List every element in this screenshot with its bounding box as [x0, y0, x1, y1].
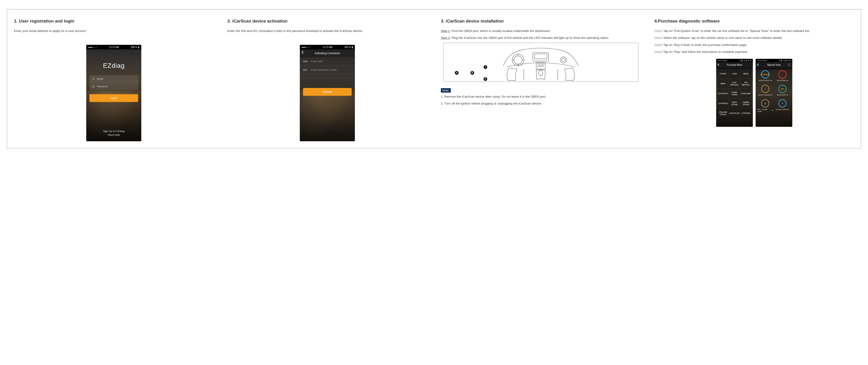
sn-field[interactable]: S/N: Enter S/N	[300, 57, 355, 66]
ac-placeholder: Enter Activation Code	[311, 68, 337, 71]
download-icon	[787, 80, 788, 81]
download-icon	[771, 80, 772, 81]
wifi-icon: ⌔	[96, 46, 97, 49]
battery-icon: ▮	[352, 46, 353, 49]
tool-icon: ✱	[778, 99, 786, 108]
status-time: 11:27 AM	[109, 46, 119, 49]
step-text: Tap on "Pay" and follow the instructions…	[662, 50, 748, 54]
svg-rect-4	[536, 62, 545, 69]
wifi-icon: ⌔	[309, 46, 311, 49]
brand-cell[interactable]: CHRYSLER	[729, 108, 740, 118]
step1-label: Step 1	[441, 29, 450, 33]
step-label: Step2	[654, 36, 662, 39]
screen-title: Purchase More	[727, 64, 742, 66]
battery-pct: 100 %	[131, 46, 137, 49]
tool-icon: DPF	[778, 85, 786, 93]
brand-cell[interactable]: Chevrolet (China)	[717, 108, 728, 118]
back-icon[interactable]	[302, 51, 305, 54]
purchase-step: Step1 Tap on "Full-System Scan" to enter…	[654, 29, 854, 33]
sn-label: S/N:	[303, 60, 310, 63]
tool-item[interactable]: ●RESET BRAKE	[757, 84, 773, 97]
password-field[interactable]: Password	[89, 83, 138, 90]
status-bar: ●●●○○⌔ 11:27 AM 100 %▮	[300, 45, 355, 49]
lock-icon	[92, 85, 95, 88]
section2-desc: Enter the S/N and A/C (Activation Code) …	[227, 29, 427, 33]
download-icon	[786, 95, 788, 95]
brand-cell[interactable]: Buick (China)	[729, 99, 740, 108]
download-icon	[787, 109, 789, 110]
tool-label: Elec. Throttle RLRN	[757, 108, 773, 113]
section4-title: 4.Purchase diagnostic software	[654, 19, 854, 24]
brand-cell[interactable]: CITROEN	[740, 108, 751, 118]
login-button[interactable]: Log In	[89, 94, 138, 102]
brand-cell[interactable]: GM (BRAZIL)	[740, 79, 751, 88]
status-icons: ◎ ◧ ▲ ▮	[739, 59, 747, 61]
screen-titlebar: Purchase More	[716, 62, 753, 67]
diagram-point-b: B	[470, 71, 474, 75]
battery-pct: 100 %	[344, 46, 350, 49]
purchase-step: Step3 Tap on "Buy It Now" to enter the p…	[654, 43, 854, 47]
tool-label: GEAR LEARN	[776, 108, 789, 111]
tool-item[interactable]: DPFRESETDPF	[775, 84, 790, 97]
brand-cell[interactable]: BMW	[717, 79, 728, 88]
brand-grid: ACURAAUDIBENZBMWFIAT (BRAZIL)GM (BRAZIL)…	[717, 69, 751, 118]
signal-icon: ●●●○○	[302, 46, 309, 49]
section-registration: 1. User registration and login Enter you…	[14, 19, 214, 141]
purchase-steps: Step1 Tap on "Full-System Scan" to enter…	[654, 29, 854, 54]
tool-label: RESETBMS	[777, 80, 788, 82]
ac-field[interactable]: A/C: Enter Activation Code	[300, 66, 355, 74]
step1-text: : Find the OBDII port, which is usually …	[450, 29, 550, 33]
screen-titlebar: Activating Connector	[300, 49, 355, 57]
password-placeholder: Password	[97, 85, 108, 88]
step2-label: Step 2	[441, 36, 450, 39]
brand-cell[interactable]: FIAT (BRAZIL)	[729, 79, 740, 88]
brand-cell[interactable]: ACURA	[717, 69, 728, 79]
email-field[interactable]: Email	[89, 75, 138, 83]
note-1: 1. Remove the iCarScan device after usin…	[441, 94, 641, 99]
download-icon	[771, 95, 772, 95]
status-icons: ◎ ◧ ▲ ▮	[779, 59, 787, 61]
svg-rect-3	[534, 54, 547, 59]
activate-button[interactable]: Activate	[303, 88, 352, 96]
diagram-point-a: A	[455, 71, 459, 75]
tool-item[interactable]: BLEEDINGRESETBLEED	[757, 69, 773, 82]
back-icon[interactable]	[717, 64, 720, 66]
brand-cell[interactable]: Great Wall	[740, 89, 751, 98]
tool-icon: + -	[778, 70, 786, 79]
back-icon[interactable]	[757, 64, 759, 66]
brand-cell[interactable]: CHANGAN	[717, 89, 728, 98]
brand-cell[interactable]: CHANGHE	[717, 99, 728, 108]
phone-special-tools: China Mobile ◎ ◧ ▲ ▮ 18:03 Special Tools…	[755, 59, 792, 127]
battery-icon: ▮	[138, 46, 140, 49]
carrier: China Mobile	[717, 59, 727, 61]
tool-icon: BLEEDING	[761, 70, 769, 79]
tool-item[interactable]: + -RESETBMS	[775, 69, 790, 82]
svg-rect-1	[92, 86, 94, 87]
brand-cell[interactable]: BENZ	[740, 69, 751, 79]
brand-cell[interactable]: Cadillac (China)	[740, 99, 751, 108]
section1-desc: Enter your email address to apply for a …	[14, 29, 214, 33]
person-icon	[92, 77, 95, 80]
step-label: Step1	[654, 29, 662, 33]
step2-text: : Plug the iCarScan into the OBDII port …	[450, 36, 609, 39]
step-text: Tap on "Buy It Now" to enter the purchas…	[662, 43, 747, 47]
step-text: Select the software, tap on the vehicle …	[662, 36, 783, 39]
tool-label: RESETBLEED	[758, 80, 772, 82]
svg-point-10	[560, 57, 566, 63]
email-placeholder: Email	[97, 77, 103, 80]
status-time: 11:27 AM	[323, 46, 332, 49]
screen-title: Activating Connector	[314, 52, 340, 55]
section-purchase: 4.Purchase diagnostic software Step1 Tap…	[654, 19, 854, 141]
signup-link[interactable]: Sign Up for EZdiag	[86, 130, 141, 133]
tool-item[interactable]: ◐Elec. Throttle RLRN	[757, 98, 773, 113]
note-label: Note:	[441, 88, 451, 92]
download-icon	[772, 110, 773, 111]
svg-point-11	[562, 58, 565, 62]
screen-titlebar: Special Tools i	[755, 62, 792, 67]
brand-cell[interactable]: AUDI	[729, 69, 740, 79]
tool-item[interactable]: ✱GEAR LEARN	[775, 98, 790, 113]
help-link[interactable]: Need Help	[86, 134, 141, 136]
brand-cell[interactable]: CHINA FORD	[729, 89, 740, 98]
login-form: Email Password	[89, 75, 138, 90]
info-icon[interactable]: i	[788, 63, 790, 66]
